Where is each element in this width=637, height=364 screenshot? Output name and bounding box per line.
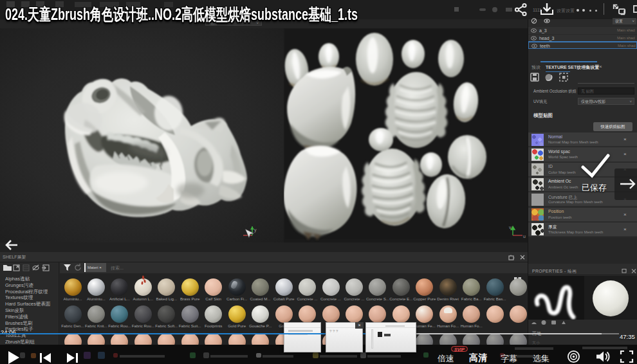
svg-text:v: v (509, 225, 512, 230)
svg-text:u: u (523, 234, 526, 239)
svg-text:y: y (254, 228, 257, 233)
